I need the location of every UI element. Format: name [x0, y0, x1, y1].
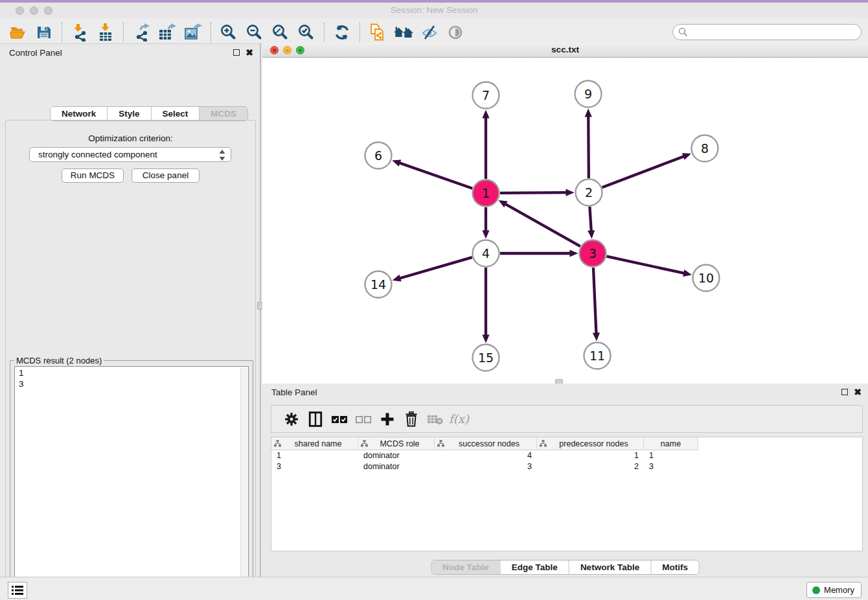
column-header-MCDS-role[interactable]: MCDS role	[358, 437, 435, 450]
mcds-result-group: MCDS result (2 nodes) 13	[10, 360, 253, 600]
memory-button[interactable]: Memory	[806, 582, 862, 598]
open-session-icon[interactable]	[5, 22, 31, 43]
zoom-selected-icon[interactable]	[293, 22, 319, 43]
new-network-from-selection-icon[interactable]	[365, 22, 391, 43]
task-history-button[interactable]	[8, 582, 27, 599]
apply-layout-icon[interactable]	[329, 22, 355, 43]
dropdown-stepper-icon	[219, 150, 225, 161]
attribute-type-icon	[361, 440, 368, 447]
network-minimize-icon[interactable]: −	[283, 46, 291, 54]
edge-arrow-icon	[393, 275, 402, 282]
window-minimize-icon[interactable]	[30, 6, 38, 15]
show-column-panel-icon[interactable]	[303, 408, 327, 430]
network-graph: 1234678910111415	[262, 58, 867, 383]
memory-status-icon	[812, 586, 820, 594]
column-header-name[interactable]: name	[644, 437, 698, 450]
function-builder-icon: f(x)	[447, 408, 471, 430]
window-title: Session: New Session	[0, 3, 868, 18]
export-table-icon[interactable]	[154, 22, 180, 43]
table-close-panel-icon[interactable]: ✖	[854, 389, 862, 395]
search-icon	[678, 27, 688, 37]
criterion-dropdown[interactable]: strongly connected component	[29, 147, 231, 162]
table-cell: dominator	[358, 461, 435, 472]
criterion-value: strongly connected component	[38, 150, 157, 159]
table-toolbar: f(x)	[271, 405, 863, 433]
edge-3-10[interactable]	[606, 257, 685, 273]
run-mcds-button[interactable]: Run MCDS	[62, 168, 124, 183]
tab-select[interactable]: Select	[151, 107, 200, 121]
window-close-icon[interactable]	[16, 6, 24, 15]
edge-2-3[interactable]	[589, 207, 591, 232]
edge-1-2[interactable]	[500, 192, 567, 193]
table-row[interactable]: 1dominator411	[271, 450, 862, 461]
delete-column-icon[interactable]	[399, 408, 423, 430]
show-all-icon[interactable]	[442, 22, 468, 43]
mcds-result-title: MCDS result (2 nodes)	[14, 356, 104, 365]
export-network-icon[interactable]	[128, 22, 154, 43]
hide-selected-icon[interactable]	[417, 22, 442, 43]
close-panel-button[interactable]: Close panel	[131, 168, 200, 183]
table-panel: Table Panel ✖	[262, 384, 868, 577]
window-zoom-icon[interactable]	[44, 6, 52, 15]
control-panel: Control Panel ✖ NetworkStyleSelectMCDS O…	[0, 44, 261, 577]
edge-3-1[interactable]	[505, 203, 580, 246]
edge-2-8[interactable]	[602, 156, 685, 187]
control-panel-title: Control Panel	[9, 48, 233, 58]
network-close-icon[interactable]: ✕	[270, 46, 279, 54]
table-row[interactable]: 3dominator323	[271, 461, 862, 472]
status-bar: Memory	[0, 577, 868, 600]
search-box[interactable]	[672, 24, 862, 40]
network-view-window: ✕ − + scc.txt 1234678910111415	[262, 43, 868, 384]
zoom-out-icon[interactable]	[242, 22, 268, 43]
search-input[interactable]	[688, 27, 850, 37]
add-column-icon[interactable]	[375, 408, 399, 430]
result-scrollbar[interactable]	[240, 367, 247, 600]
graph-node-label: 2	[585, 185, 593, 200]
network-view-title: scc.txt	[262, 43, 868, 57]
list-icon	[11, 584, 24, 596]
table-tab-edge-table[interactable]: Edge Table	[500, 560, 569, 574]
graph-node-label: 15	[478, 351, 494, 365]
edge-4-14[interactable]	[399, 257, 472, 279]
zoom-in-icon[interactable]	[216, 22, 242, 43]
mcds-result-list[interactable]: 13	[14, 366, 249, 600]
column-header-shared-name[interactable]: shared name	[271, 437, 358, 450]
network-canvas[interactable]: 1234678910111415	[262, 58, 867, 383]
node-table: shared nameMCDS rolesuccessor nodesprede…	[271, 437, 863, 551]
tab-style[interactable]: Style	[107, 107, 150, 121]
mcds-result-item: 3	[19, 379, 248, 390]
table-float-panel-icon[interactable]	[841, 389, 848, 395]
network-maximize-icon[interactable]: +	[296, 46, 304, 54]
tab-network[interactable]: Network	[51, 107, 107, 121]
graph-node-label: 14	[371, 277, 386, 292]
table-settings-icon[interactable]	[279, 408, 303, 430]
table-tab-node-table[interactable]: Node Table	[431, 560, 500, 574]
first-neighbors-icon[interactable]	[391, 22, 417, 43]
graph-node-label: 4	[482, 246, 490, 260]
tab-mcds[interactable]: MCDS	[199, 107, 247, 121]
table-tab-motifs[interactable]: Motifs	[650, 560, 699, 574]
memory-label: Memory	[824, 585, 854, 595]
unselect-all-icon[interactable]	[351, 408, 375, 430]
table-tab-network-table[interactable]: Network Table	[569, 560, 650, 574]
edge-3-11[interactable]	[593, 268, 597, 334]
column-header-predecessor-nodes[interactable]: predecessor nodes	[537, 437, 644, 450]
mcds-panel: Optimization criterion: strongly connect…	[5, 120, 256, 600]
edge-1-6[interactable]	[399, 163, 473, 189]
edge-2-9[interactable]	[588, 115, 589, 178]
control-panel-tabs: NetworkStyleSelectMCDS	[50, 106, 248, 121]
export-image-icon[interactable]	[180, 22, 206, 43]
import-table-icon[interactable]	[93, 22, 119, 43]
column-header-successor-nodes[interactable]: successor nodes	[435, 437, 537, 450]
graph-node-label: 11	[589, 349, 605, 363]
float-panel-icon[interactable]	[233, 49, 240, 56]
edge-arrow-icon	[392, 159, 401, 167]
table-cell: 3	[435, 461, 537, 472]
select-all-icon[interactable]	[327, 408, 351, 430]
network-view-titlebar[interactable]: ✕ − + scc.txt	[262, 43, 868, 58]
save-session-icon[interactable]	[31, 22, 57, 43]
zoom-fit-icon[interactable]	[268, 22, 293, 43]
edge-arrow-icon	[593, 332, 600, 341]
close-panel-icon[interactable]: ✖	[246, 49, 253, 56]
import-network-icon[interactable]	[67, 22, 93, 43]
